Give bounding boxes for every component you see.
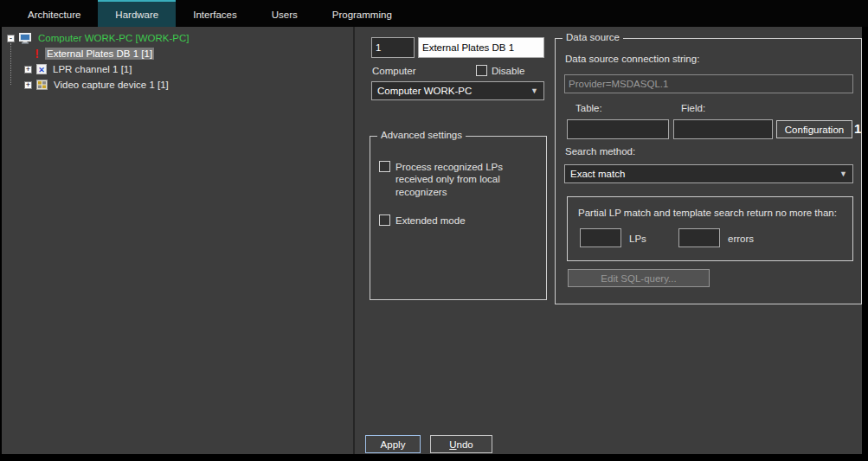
application-window: Architecture Hardware Interfaces Users P… — [0, 0, 868, 461]
video-capture-icon — [36, 80, 48, 90]
disable-checkbox[interactable] — [476, 65, 487, 76]
tab-users[interactable]: Users — [254, 0, 315, 27]
object-id-field[interactable] — [371, 37, 415, 58]
edit-sql-query-button[interactable]: Edit SQL-query... — [568, 269, 710, 287]
partial-match-title: Partial LP match and template search ret… — [578, 208, 837, 218]
connection-string-label: Data source connection string: — [565, 54, 699, 64]
annotation-1: 1 — [854, 121, 861, 136]
tree-connector-line — [10, 43, 11, 85]
search-method-select[interactable]: Exact match ▼ — [564, 164, 853, 183]
tab-interfaces[interactable]: Interfaces — [176, 0, 254, 27]
lpr-channel-icon: ✕ — [36, 64, 47, 74]
process-recognized-lps-label: Process recognized LPs received only fro… — [395, 161, 527, 198]
chevron-down-icon: ▼ — [530, 86, 538, 95]
computer-label: Computer — [372, 66, 416, 76]
undo-button-label: Undo — [449, 439, 473, 450]
table-label: Table: — [575, 103, 602, 113]
search-method-label: Search method: — [565, 146, 635, 157]
computer-icon — [19, 33, 32, 44]
tree-item-lpr-channel[interactable]: + ✕ LPR channel 1 [1] — [24, 62, 133, 76]
tree-item-external-plates-db[interactable]: ! External Plates DB 1 [1] — [33, 47, 154, 61]
top-tab-bar: Architecture Hardware Interfaces Users P… — [0, 0, 868, 27]
expand-toggle-icon[interactable]: + — [24, 66, 32, 74]
errors-limit-field[interactable] — [678, 228, 720, 247]
computer-select-value: Computer WORK-PC — [377, 86, 472, 96]
expand-toggle-icon[interactable]: + — [24, 81, 32, 89]
field-field[interactable] — [673, 119, 773, 139]
tree-item-video-capture-device[interactable]: + Video capture device 1 [1] — [24, 78, 170, 92]
object-name-field[interactable] — [418, 37, 544, 58]
data-source-title: Data source — [563, 32, 623, 42]
tree-item-label[interactable]: External Plates DB 1 [1] — [45, 48, 154, 60]
tree-item-label[interactable]: Video capture device 1 [1] — [52, 79, 170, 91]
alert-icon: ! — [33, 47, 41, 61]
extended-mode-checkbox[interactable] — [379, 214, 390, 226]
collapse-toggle-icon[interactable]: - — [7, 35, 15, 42]
tab-hardware[interactable]: Hardware — [98, 0, 176, 27]
tree-item-label[interactable]: LPR channel 1 [1] — [51, 63, 133, 75]
field-label: Field: — [681, 103, 705, 113]
undo-button[interactable]: Undo — [430, 435, 492, 453]
lps-limit-field[interactable] — [580, 228, 621, 247]
search-method-value: Exact match — [570, 169, 625, 179]
tab-programming[interactable]: Programming — [315, 0, 409, 27]
tree-item-label[interactable]: Computer WORK-PC [WORK-PC] — [36, 32, 190, 44]
lps-label: LPs — [629, 234, 646, 244]
apply-button[interactable]: Apply — [365, 435, 421, 453]
process-recognized-lps-checkbox[interactable] — [379, 161, 390, 172]
disable-label: Disable — [492, 66, 524, 76]
tree-item-computer[interactable]: - Computer WORK-PC [WORK-PC] — [7, 31, 190, 45]
errors-label: errors — [728, 234, 754, 244]
extended-mode-label: Extended mode — [395, 215, 466, 226]
connection-string-field[interactable] — [564, 74, 853, 93]
tab-architecture[interactable]: Architecture — [10, 0, 98, 27]
table-field[interactable] — [567, 119, 669, 139]
advanced-settings-title: Advanced settings — [377, 130, 466, 140]
computer-select[interactable]: Computer WORK-PC ▼ — [371, 81, 544, 100]
chevron-down-icon: ▼ — [839, 170, 847, 178]
configuration-button[interactable]: Configuration — [776, 120, 852, 138]
